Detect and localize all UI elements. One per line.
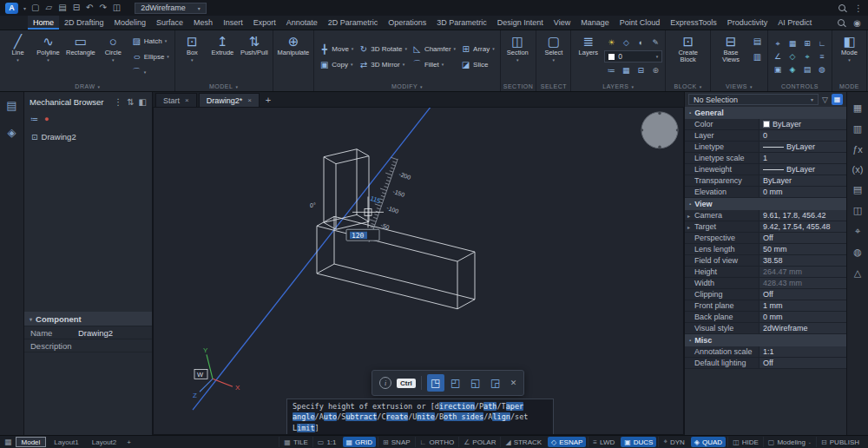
tablet-control-icon[interactable]: ▣ [771,63,785,76]
info-icon[interactable]: i [379,377,391,389]
doc-tab-drawing2[interactable]: Drawing2*× [199,93,260,107]
view-update-button[interactable]: ▤ [750,33,765,49]
workspace-icon[interactable]: ◫ [113,3,121,12]
arc-button[interactable]: ⌒▾ [129,64,172,80]
menu-item-export[interactable]: Export [248,16,281,30]
prop-value-lens-length[interactable]: 50 mm [759,244,846,254]
menu-item-annotate[interactable]: Annotate [281,16,323,30]
prop-value-camera[interactable]: 9.61, 17.8, 456.42 [759,210,846,221]
l-bracket-solid[interactable] [317,149,475,309]
polyline-button[interactable]: ∿Polyline▾ [34,31,62,82]
menu-item-manage[interactable]: Manage [575,16,615,30]
prop-value-lineweight[interactable]: ByLayer [759,164,846,175]
grid-control-icon[interactable]: ▦ [786,37,799,49]
menu-search-icon[interactable] [838,19,845,26]
open-file-icon[interactable]: ▱ [45,3,52,12]
section-header-misc[interactable]: ▪Misc [685,334,846,346]
viewport-layout-icon[interactable]: ▦ [4,438,12,446]
layout-tab-layout1[interactable]: Layout1 [49,437,83,447]
mechanical-browser-panel-icon[interactable]: ▤ [6,99,16,112]
prop-value-width[interactable]: 428.43 mm [759,278,846,288]
more-options-icon[interactable]: ⋮ [854,3,863,13]
menu-item-2d-parametric[interactable]: 2D Parametric [323,16,384,30]
lineweight-control-icon[interactable]: ≡ [815,50,829,63]
toggle-dyn[interactable]: ⌖DYN [658,437,688,447]
ucs-control-icon[interactable]: ⌖ [771,37,785,49]
layer-lock-icon[interactable]: ◐ [634,36,648,49]
toggle-ducs[interactable]: ▣DUCS [621,437,656,447]
blocks-panel-icon[interactable]: ▥ [853,123,862,135]
layout-tab-model[interactable]: Model [16,437,47,447]
extrude-create-icon[interactable]: ◳ [427,374,444,392]
toggle-strack[interactable]: ◢STRACK [500,437,546,447]
expander-icon[interactable]: ▸ [685,210,693,221]
tab-close-icon[interactable]: × [247,96,252,104]
copy-button[interactable]: ▣Copy▾ [317,56,356,72]
redo-icon[interactable]: ↷ [99,3,106,12]
add-layout-button[interactable]: + [124,438,134,446]
prop-value-transparency[interactable]: ByLayer [759,175,846,186]
component-value-name[interactable]: Drawing2 [78,328,152,338]
ortho-control-icon[interactable]: ∟ [815,37,829,49]
toggle-hide[interactable]: ◫HIDE [727,437,763,447]
layer-merge-icon[interactable]: ⊟ [634,64,648,76]
fx-panel-icon[interactable]: ƒx [852,144,863,155]
filter-icon[interactable]: ▽ [822,96,828,104]
toggle-polar[interactable]: ∠POLAR [458,437,500,447]
new-file-icon[interactable]: ▢ [31,3,39,12]
app-menu-caret-icon[interactable]: ▾ [23,5,26,11]
model-viewport[interactable]: -50 -100 -150 -200 115 0° [153,107,684,435]
sheets-panel-icon[interactable]: ▤ [853,184,862,195]
expander-icon[interactable]: ▸ [685,221,693,232]
menu-item-modeling[interactable]: Modeling [109,16,152,30]
layer-freeze-icon[interactable]: ◇ [619,36,633,49]
prop-value-back-plane[interactable]: 0 mm [759,312,846,322]
manipulate-button[interactable]: ⊕Manipulate [276,31,312,82]
prop-value-front-plane[interactable]: 1 mm [759,300,846,311]
menu-item-2d-drafting[interactable]: 2D Drafting [59,16,109,30]
layer-edit-icon[interactable]: ✎ [648,36,662,49]
extrude-subtract-icon[interactable]: ◰ [447,374,464,392]
prop-value-elevation[interactable]: 0 mm [759,187,846,197]
polar-control-icon[interactable]: ∠ [771,50,785,63]
prop-value-perspective[interactable]: Off [759,233,846,243]
mirror-3d-button[interactable]: ⇄3D Mirror▾ [356,56,410,72]
layouts-panel-icon[interactable]: ◫ [853,205,862,216]
menu-item-operations[interactable]: Operations [383,16,431,30]
tree-item-drawing2[interactable]: ⊡Drawing2 [31,132,145,142]
prop-value-target[interactable]: 9.42, 17.54, 455.48 [759,221,846,232]
prop-value-height[interactable]: 264.47 mm [759,267,846,277]
menu-item-surface[interactable]: Surface [151,16,188,30]
browser-menu-icon[interactable]: ⋮ [114,97,122,107]
menu-item-3d-parametric[interactable]: 3D Parametric [431,16,492,30]
toggle-1-1[interactable]: ▭1:1 [312,437,341,447]
menu-item-ai-predict[interactable]: AI Predict [773,16,817,30]
base-views-button[interactable]: ⊟Base Views [713,31,748,82]
selection-combo[interactable]: No Selection ▾ [688,94,819,105]
prop-value-field-of-view[interactable]: 38.58 [759,255,846,266]
prop-value-color[interactable]: ByLayer [759,119,846,129]
toggle-publish[interactable]: ⊟PUBLISH [816,437,864,447]
prop-value-linetype-scale[interactable]: 1 [759,153,846,163]
view-style-button[interactable]: ▥ [750,49,765,64]
section-header-view[interactable]: ▪View [685,198,846,210]
quad-control-icon[interactable]: ◈ [786,63,799,76]
menu-item-insert[interactable]: Insert [218,16,248,30]
menu-item-view[interactable]: View [549,16,575,30]
warning-panel-icon[interactable]: △ [854,267,861,279]
component-section-header[interactable]: ▾ Component [24,312,152,326]
prop-value-annotation-scale[interactable]: 1:1 [759,346,846,357]
layers-button[interactable]: ≣Layers [574,31,602,82]
browser-list-icon[interactable]: ≔ [30,115,38,123]
view-navigation-sphere[interactable] [641,112,679,148]
search-icon[interactable] [838,4,845,11]
array-button[interactable]: ⊞Array▾ [458,41,497,56]
circle-button[interactable]: ○Circle▾ [99,31,128,82]
layer-states-icon[interactable]: ≔ [604,64,618,76]
toggle-esnap[interactable]: ◇ESNAP [548,437,586,447]
toggle-tile[interactable]: ▦TILE [279,437,312,447]
select-button[interactable]: ▢Select▾ [539,31,568,82]
menu-item-expresstools[interactable]: ExpressTools [665,16,722,30]
move-button[interactable]: ╋Move▾ [317,41,356,56]
save-icon[interactable]: ▤ [58,3,66,12]
